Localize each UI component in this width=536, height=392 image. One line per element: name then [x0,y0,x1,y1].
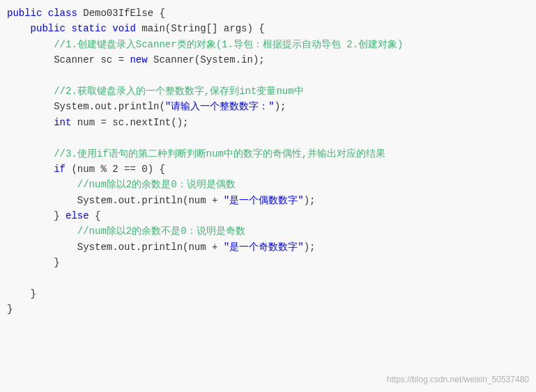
code-token-kw: new [130,54,147,65]
code-token-comment: //num除以2的余数是0：说明是偶数 [7,179,236,190]
code-token-normal [7,164,54,175]
code-line: //1.创建键盘录入Scanner类的对象(1.导包：根据提示自动导包 2.创建… [7,37,529,52]
code-token-normal [7,117,54,128]
code-token-normal: num = sc.nextInt(); [71,117,188,128]
code-token-normal: } [7,257,60,268]
code-token-normal: } [7,304,13,315]
code-line: } [7,255,529,270]
code-token-string: "是一个奇数数字" [224,242,304,253]
code-line: } [7,286,529,301]
code-token-normal: } [7,288,36,299]
code-token-comment: //1.创建键盘录入Scanner类的对象(1.导包：根据提示自动导包 2.创建… [7,39,403,50]
code-line: System.out.println("请输入一个整数数字："); [7,99,529,114]
code-token-normal: main(String[] args) { [136,23,265,34]
code-token-normal: System.out.println( [7,101,165,112]
code-empty-line [7,130,529,146]
code-token-kw: if [54,164,66,175]
code-token-comment: //2.获取键盘录入的一个整数数字,保存到int变量num中 [7,86,304,97]
code-token-normal: (num % 2 == 0) { [66,164,165,175]
code-token-comment: //num除以2的余数不是0：说明是奇数 [7,226,245,237]
code-token-normal: System.out.println(num + [7,242,224,253]
code-token-normal [7,23,31,34]
code-line: //num除以2的余数不是0：说明是奇数 [7,224,529,239]
code-token-string: "是一个偶数数字" [224,195,304,206]
code-token-normal: Scanner sc = [7,54,130,65]
code-line: //2.获取键盘录入的一个整数数字,保存到int变量num中 [7,84,529,99]
code-line: } [7,301,529,317]
code-token-normal: } [7,210,66,221]
code-line: } else { [7,208,529,224]
code-token-normal: ); [304,195,316,206]
code-empty-line [7,68,529,84]
code-token-kw: int [54,117,71,128]
code-token-normal: Demo03IfElse { [77,8,165,19]
code-line: public static void main(String[] args) { [7,21,529,36]
code-empty-line [7,271,529,286]
code-token-normal: ); [275,101,286,112]
code-line: System.out.println(num + "是一个奇数数字"); [7,240,529,255]
code-line: int num = sc.nextInt(); [7,115,529,130]
code-editor: public class Demo03IfElse { public stati… [0,0,536,392]
code-line: Scanner sc = new Scanner(System.in); [7,52,529,68]
code-token-kw: public static void [31,23,136,34]
code-line: //num除以2的余数是0：说明是偶数 [7,177,529,192]
code-token-kw: public class [7,8,77,19]
code-line: System.out.println(num + "是一个偶数数字"); [7,193,529,208]
code-token-normal: System.out.println(num + [7,195,224,206]
code-token-string: "请输入一个整数数字：" [165,101,275,112]
code-token-comment: //3.使用if语句的第二种判断判断num中的数字的奇偶性,并输出对应的结果 [7,148,385,159]
code-line: //3.使用if语句的第二种判断判断num中的数字的奇偶性,并输出对应的结果 [7,146,529,162]
code-line: if (num % 2 == 0) { [7,162,529,177]
code-token-normal: ); [304,242,316,253]
code-token-normal: Scanner(System.in); [148,54,265,65]
code-token-normal: { [89,210,101,221]
code-token-kw: else [66,210,89,221]
code-line: public class Demo03IfElse { [7,6,529,21]
watermark: https://blog.csdn.net/weixin_50537480 [387,373,529,386]
